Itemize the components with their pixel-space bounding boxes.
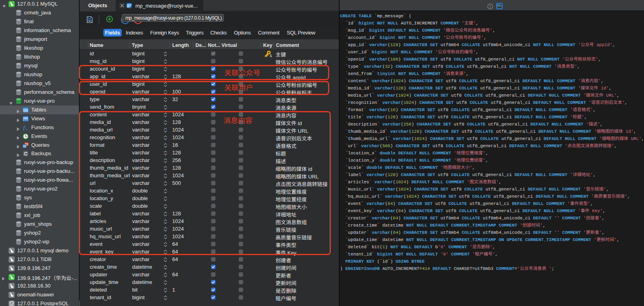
svg-text:x: x: [26, 128, 28, 131]
svg-text:1: 1: [270, 53, 272, 57]
svg-text:f: f: [23, 125, 26, 131]
